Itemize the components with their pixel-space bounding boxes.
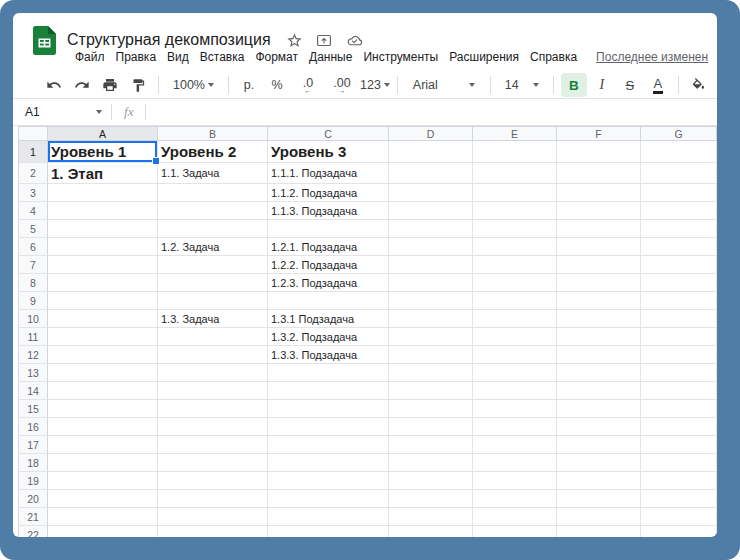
bold-button[interactable]: B — [561, 73, 587, 97]
cell-B19[interactable] — [158, 472, 268, 490]
cell-C17[interactable] — [268, 436, 389, 454]
cell-E16[interactable] — [473, 418, 557, 436]
cell-C10[interactable]: 1.3.1 Подзадача — [268, 310, 389, 328]
row-header-22[interactable]: 22 — [18, 526, 48, 537]
cell-A7[interactable] — [48, 256, 158, 274]
cell-E5[interactable] — [473, 220, 557, 238]
cell-F22[interactable] — [557, 526, 641, 537]
cell-G2[interactable] — [641, 163, 717, 184]
cell-D21[interactable] — [389, 508, 473, 526]
cell-E12[interactable] — [473, 346, 557, 364]
menu-item-8[interactable]: Расширения — [449, 50, 519, 64]
cell-C12[interactable]: 1.3.3. Подзадача — [268, 346, 389, 364]
cell-B14[interactable] — [158, 382, 268, 400]
cell-F8[interactable] — [557, 274, 641, 292]
column-header-A[interactable]: A — [48, 126, 158, 141]
cell-G14[interactable] — [641, 382, 717, 400]
cell-G1[interactable] — [641, 141, 717, 163]
cell-F18[interactable] — [557, 454, 641, 472]
cell-G17[interactable] — [641, 436, 717, 454]
cell-E17[interactable] — [473, 436, 557, 454]
cell-D1[interactable] — [389, 141, 473, 163]
cell-F6[interactable] — [557, 238, 641, 256]
cell-D3[interactable] — [389, 184, 473, 202]
cell-C5[interactable] — [268, 220, 389, 238]
column-header-C[interactable]: C — [268, 126, 389, 141]
cell-G15[interactable] — [641, 400, 717, 418]
zoom-select[interactable]: 100% — [166, 73, 221, 97]
cell-B15[interactable] — [158, 400, 268, 418]
cell-E20[interactable] — [473, 490, 557, 508]
cell-D17[interactable] — [389, 436, 473, 454]
cell-G16[interactable] — [641, 418, 717, 436]
cell-A10[interactable] — [48, 310, 158, 328]
last-edit-link[interactable]: Последнее изменен — [596, 50, 708, 64]
row-header-5[interactable]: 5 — [18, 220, 48, 238]
cell-C11[interactable]: 1.3.2. Подзадача — [268, 328, 389, 346]
cell-F14[interactable] — [557, 382, 641, 400]
cell-E4[interactable] — [473, 202, 557, 220]
cell-E2[interactable] — [473, 163, 557, 184]
row-header-1[interactable]: 1 — [18, 141, 48, 163]
decrease-decimal-button[interactable]: .0← — [292, 73, 324, 97]
cell-G6[interactable] — [641, 238, 717, 256]
cell-E18[interactable] — [473, 454, 557, 472]
fill-color-button[interactable] — [686, 73, 712, 97]
cell-F10[interactable] — [557, 310, 641, 328]
percent-format-button[interactable]: % — [264, 73, 290, 97]
row-header-21[interactable]: 21 — [18, 508, 48, 526]
cell-A3[interactable] — [48, 184, 158, 202]
row-header-13[interactable]: 13 — [18, 364, 48, 382]
row-header-2[interactable]: 2 — [18, 163, 48, 184]
cell-G13[interactable] — [641, 364, 717, 382]
cell-F13[interactable] — [557, 364, 641, 382]
cell-C7[interactable]: 1.2.2. Подзадача — [268, 256, 389, 274]
cell-A4[interactable] — [48, 202, 158, 220]
cell-D15[interactable] — [389, 400, 473, 418]
row-header-18[interactable]: 18 — [18, 454, 48, 472]
row-header-19[interactable]: 19 — [18, 472, 48, 490]
cell-G12[interactable] — [641, 346, 717, 364]
cell-B18[interactable] — [158, 454, 268, 472]
cell-F20[interactable] — [557, 490, 641, 508]
cell-G20[interactable] — [641, 490, 717, 508]
cell-E13[interactable] — [473, 364, 557, 382]
cell-G18[interactable] — [641, 454, 717, 472]
cell-A1[interactable]: Уровень 1 — [48, 141, 158, 163]
font-family-select[interactable]: Arial — [405, 73, 483, 97]
menu-item-6[interactable]: Данные — [309, 50, 352, 64]
cell-B5[interactable] — [158, 220, 268, 238]
cell-D14[interactable] — [389, 382, 473, 400]
cell-A14[interactable] — [48, 382, 158, 400]
cell-D19[interactable] — [389, 472, 473, 490]
cell-F7[interactable] — [557, 256, 641, 274]
row-header-7[interactable]: 7 — [18, 256, 48, 274]
menu-item-3[interactable]: Вид — [167, 50, 189, 64]
cell-B10[interactable]: 1.3. Задача — [158, 310, 268, 328]
cell-C18[interactable] — [268, 454, 389, 472]
cell-C16[interactable] — [268, 418, 389, 436]
cell-A16[interactable] — [48, 418, 158, 436]
cell-C3[interactable]: 1.1.2. Подзадача — [268, 184, 389, 202]
cell-B9[interactable] — [158, 292, 268, 310]
cell-B1[interactable]: Уровень 2 — [158, 141, 268, 163]
cell-E19[interactable] — [473, 472, 557, 490]
cell-B6[interactable]: 1.2. Задача — [158, 238, 268, 256]
cell-B8[interactable] — [158, 274, 268, 292]
row-header-17[interactable]: 17 — [18, 436, 48, 454]
cell-F12[interactable] — [557, 346, 641, 364]
cell-D13[interactable] — [389, 364, 473, 382]
cell-A13[interactable] — [48, 364, 158, 382]
cell-F1[interactable] — [557, 141, 641, 163]
text-color-button[interactable]: A — [645, 73, 671, 97]
cell-F2[interactable] — [557, 163, 641, 184]
italic-button[interactable]: I — [589, 73, 615, 97]
cell-A20[interactable] — [48, 490, 158, 508]
column-header-B[interactable]: B — [158, 126, 268, 141]
cell-A12[interactable] — [48, 346, 158, 364]
cell-F5[interactable] — [557, 220, 641, 238]
cell-A9[interactable] — [48, 292, 158, 310]
column-header-G[interactable]: G — [641, 126, 717, 141]
cell-C19[interactable] — [268, 472, 389, 490]
cell-A2[interactable]: 1. Этап — [48, 163, 158, 184]
